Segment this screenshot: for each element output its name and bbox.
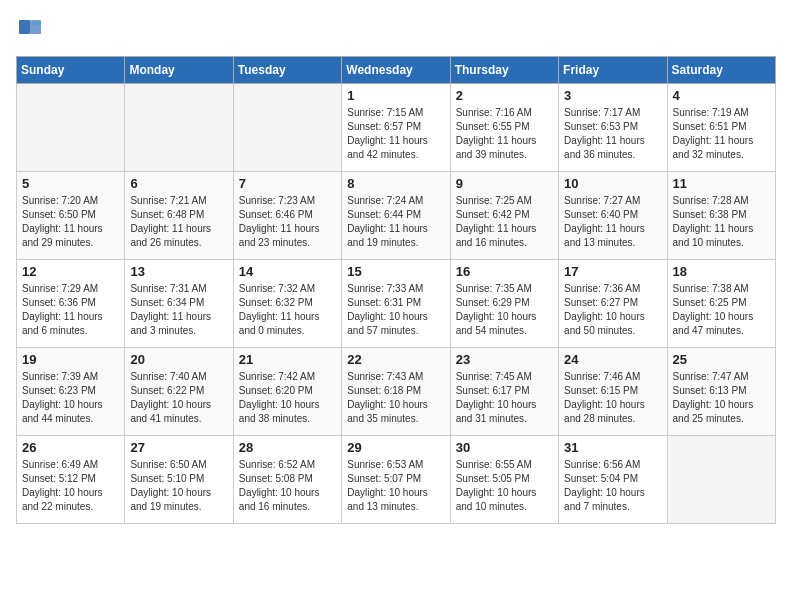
calendar-week-row: 19Sunrise: 7:39 AM Sunset: 6:23 PM Dayli…	[17, 348, 776, 436]
day-info: Sunrise: 7:15 AM Sunset: 6:57 PM Dayligh…	[347, 106, 444, 162]
day-number: 30	[456, 440, 553, 455]
day-number: 19	[22, 352, 119, 367]
day-info: Sunrise: 7:47 AM Sunset: 6:13 PM Dayligh…	[673, 370, 770, 426]
calendar-cell: 27Sunrise: 6:50 AM Sunset: 5:10 PM Dayli…	[125, 436, 233, 524]
calendar-cell: 12Sunrise: 7:29 AM Sunset: 6:36 PM Dayli…	[17, 260, 125, 348]
calendar-cell	[233, 84, 341, 172]
day-number: 27	[130, 440, 227, 455]
calendar-cell: 3Sunrise: 7:17 AM Sunset: 6:53 PM Daylig…	[559, 84, 667, 172]
day-number: 10	[564, 176, 661, 191]
day-number: 25	[673, 352, 770, 367]
logo	[16, 16, 48, 44]
day-info: Sunrise: 7:40 AM Sunset: 6:22 PM Dayligh…	[130, 370, 227, 426]
calendar-header-monday: Monday	[125, 57, 233, 84]
day-number: 2	[456, 88, 553, 103]
calendar-week-row: 5Sunrise: 7:20 AM Sunset: 6:50 PM Daylig…	[17, 172, 776, 260]
day-number: 13	[130, 264, 227, 279]
day-number: 4	[673, 88, 770, 103]
day-info: Sunrise: 7:24 AM Sunset: 6:44 PM Dayligh…	[347, 194, 444, 250]
calendar-cell: 14Sunrise: 7:32 AM Sunset: 6:32 PM Dayli…	[233, 260, 341, 348]
day-number: 26	[22, 440, 119, 455]
calendar-header-thursday: Thursday	[450, 57, 558, 84]
day-info: Sunrise: 7:27 AM Sunset: 6:40 PM Dayligh…	[564, 194, 661, 250]
calendar-cell	[125, 84, 233, 172]
day-info: Sunrise: 7:17 AM Sunset: 6:53 PM Dayligh…	[564, 106, 661, 162]
day-number: 22	[347, 352, 444, 367]
calendar-cell: 21Sunrise: 7:42 AM Sunset: 6:20 PM Dayli…	[233, 348, 341, 436]
day-info: Sunrise: 7:31 AM Sunset: 6:34 PM Dayligh…	[130, 282, 227, 338]
calendar-cell: 23Sunrise: 7:45 AM Sunset: 6:17 PM Dayli…	[450, 348, 558, 436]
day-info: Sunrise: 7:33 AM Sunset: 6:31 PM Dayligh…	[347, 282, 444, 338]
day-number: 31	[564, 440, 661, 455]
calendar-cell: 26Sunrise: 6:49 AM Sunset: 5:12 PM Dayli…	[17, 436, 125, 524]
calendar-cell: 28Sunrise: 6:52 AM Sunset: 5:08 PM Dayli…	[233, 436, 341, 524]
day-number: 16	[456, 264, 553, 279]
calendar-cell: 22Sunrise: 7:43 AM Sunset: 6:18 PM Dayli…	[342, 348, 450, 436]
calendar-cell: 8Sunrise: 7:24 AM Sunset: 6:44 PM Daylig…	[342, 172, 450, 260]
calendar-cell: 25Sunrise: 7:47 AM Sunset: 6:13 PM Dayli…	[667, 348, 775, 436]
day-number: 8	[347, 176, 444, 191]
day-number: 24	[564, 352, 661, 367]
day-info: Sunrise: 6:56 AM Sunset: 5:04 PM Dayligh…	[564, 458, 661, 514]
day-info: Sunrise: 7:16 AM Sunset: 6:55 PM Dayligh…	[456, 106, 553, 162]
day-info: Sunrise: 7:19 AM Sunset: 6:51 PM Dayligh…	[673, 106, 770, 162]
calendar-cell	[667, 436, 775, 524]
calendar-cell: 1Sunrise: 7:15 AM Sunset: 6:57 PM Daylig…	[342, 84, 450, 172]
calendar-cell: 17Sunrise: 7:36 AM Sunset: 6:27 PM Dayli…	[559, 260, 667, 348]
day-number: 23	[456, 352, 553, 367]
calendar-cell	[17, 84, 125, 172]
day-number: 6	[130, 176, 227, 191]
calendar-header-tuesday: Tuesday	[233, 57, 341, 84]
day-info: Sunrise: 7:39 AM Sunset: 6:23 PM Dayligh…	[22, 370, 119, 426]
day-number: 11	[673, 176, 770, 191]
calendar-cell: 15Sunrise: 7:33 AM Sunset: 6:31 PM Dayli…	[342, 260, 450, 348]
day-number: 3	[564, 88, 661, 103]
day-number: 21	[239, 352, 336, 367]
day-info: Sunrise: 6:50 AM Sunset: 5:10 PM Dayligh…	[130, 458, 227, 514]
calendar-week-row: 26Sunrise: 6:49 AM Sunset: 5:12 PM Dayli…	[17, 436, 776, 524]
day-info: Sunrise: 7:46 AM Sunset: 6:15 PM Dayligh…	[564, 370, 661, 426]
calendar-week-row: 1Sunrise: 7:15 AM Sunset: 6:57 PM Daylig…	[17, 84, 776, 172]
day-info: Sunrise: 6:49 AM Sunset: 5:12 PM Dayligh…	[22, 458, 119, 514]
calendar-cell: 6Sunrise: 7:21 AM Sunset: 6:48 PM Daylig…	[125, 172, 233, 260]
calendar-week-row: 12Sunrise: 7:29 AM Sunset: 6:36 PM Dayli…	[17, 260, 776, 348]
calendar-header-saturday: Saturday	[667, 57, 775, 84]
calendar-cell: 29Sunrise: 6:53 AM Sunset: 5:07 PM Dayli…	[342, 436, 450, 524]
calendar-header-row: SundayMondayTuesdayWednesdayThursdayFrid…	[17, 57, 776, 84]
calendar-header-wednesday: Wednesday	[342, 57, 450, 84]
calendar-header-sunday: Sunday	[17, 57, 125, 84]
day-info: Sunrise: 7:29 AM Sunset: 6:36 PM Dayligh…	[22, 282, 119, 338]
calendar-cell: 19Sunrise: 7:39 AM Sunset: 6:23 PM Dayli…	[17, 348, 125, 436]
calendar-cell: 4Sunrise: 7:19 AM Sunset: 6:51 PM Daylig…	[667, 84, 775, 172]
calendar-cell: 16Sunrise: 7:35 AM Sunset: 6:29 PM Dayli…	[450, 260, 558, 348]
day-info: Sunrise: 6:55 AM Sunset: 5:05 PM Dayligh…	[456, 458, 553, 514]
day-info: Sunrise: 7:25 AM Sunset: 6:42 PM Dayligh…	[456, 194, 553, 250]
svg-rect-1	[19, 20, 30, 34]
day-info: Sunrise: 6:52 AM Sunset: 5:08 PM Dayligh…	[239, 458, 336, 514]
day-number: 20	[130, 352, 227, 367]
day-number: 5	[22, 176, 119, 191]
calendar-cell: 10Sunrise: 7:27 AM Sunset: 6:40 PM Dayli…	[559, 172, 667, 260]
calendar-cell: 18Sunrise: 7:38 AM Sunset: 6:25 PM Dayli…	[667, 260, 775, 348]
calendar-header-friday: Friday	[559, 57, 667, 84]
day-number: 12	[22, 264, 119, 279]
day-info: Sunrise: 7:45 AM Sunset: 6:17 PM Dayligh…	[456, 370, 553, 426]
logo-icon	[16, 16, 44, 44]
day-number: 7	[239, 176, 336, 191]
calendar-cell: 20Sunrise: 7:40 AM Sunset: 6:22 PM Dayli…	[125, 348, 233, 436]
calendar-cell: 7Sunrise: 7:23 AM Sunset: 6:46 PM Daylig…	[233, 172, 341, 260]
day-number: 18	[673, 264, 770, 279]
day-info: Sunrise: 6:53 AM Sunset: 5:07 PM Dayligh…	[347, 458, 444, 514]
day-number: 9	[456, 176, 553, 191]
day-info: Sunrise: 7:23 AM Sunset: 6:46 PM Dayligh…	[239, 194, 336, 250]
day-number: 17	[564, 264, 661, 279]
calendar-cell: 30Sunrise: 6:55 AM Sunset: 5:05 PM Dayli…	[450, 436, 558, 524]
calendar-cell: 31Sunrise: 6:56 AM Sunset: 5:04 PM Dayli…	[559, 436, 667, 524]
calendar-cell: 11Sunrise: 7:28 AM Sunset: 6:38 PM Dayli…	[667, 172, 775, 260]
day-info: Sunrise: 7:38 AM Sunset: 6:25 PM Dayligh…	[673, 282, 770, 338]
calendar-cell: 13Sunrise: 7:31 AM Sunset: 6:34 PM Dayli…	[125, 260, 233, 348]
day-number: 1	[347, 88, 444, 103]
day-number: 29	[347, 440, 444, 455]
day-info: Sunrise: 7:42 AM Sunset: 6:20 PM Dayligh…	[239, 370, 336, 426]
day-info: Sunrise: 7:36 AM Sunset: 6:27 PM Dayligh…	[564, 282, 661, 338]
